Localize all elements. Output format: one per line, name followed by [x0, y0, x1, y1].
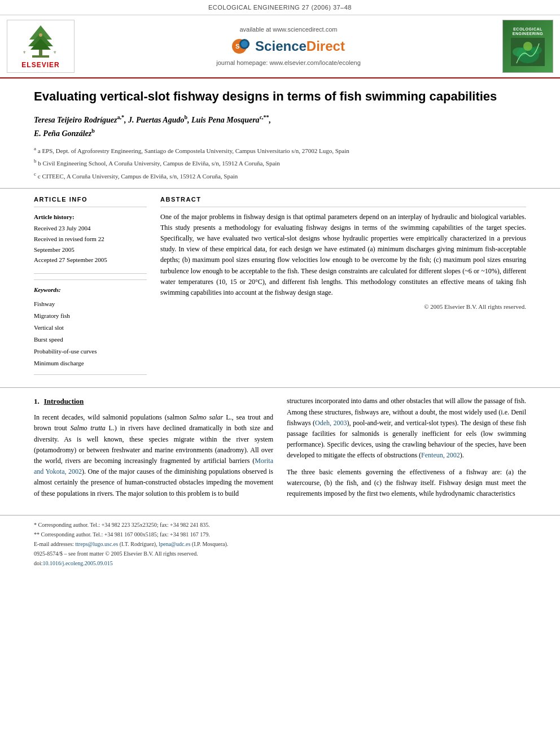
keyword-fishway: Fishway: [34, 298, 147, 310]
species-2: Salmo trutta: [71, 424, 106, 432]
accepted-date: Accepted 27 September 2005: [34, 255, 147, 265]
doi-link[interactable]: 10.1016/j.ecoleng.2005.09.015: [43, 560, 113, 566]
elsevier-label: ELSEVIER: [21, 60, 59, 70]
divider-2: [34, 374, 147, 375]
sciencedirect-logo: S ScienceDirect: [232, 37, 345, 56]
received-date-1: Received 23 July 2004: [34, 223, 147, 234]
two-col-body: 1.Introduction In recent decades, wild s…: [34, 396, 526, 505]
keywords-section: Keywords: Fishway Migratory fish Vertica…: [34, 279, 147, 369]
keyword-migratory-fish: Migratory fish: [34, 310, 147, 322]
received-date-2: Received in revised form 22 September 20…: [34, 234, 147, 255]
svg-text:S: S: [235, 43, 239, 50]
footer-corresponding-1: * Corresponding author. Tel.: +34 982 22…: [34, 520, 526, 530]
intro-para-2-right: The three basic elements governing the e…: [287, 467, 526, 500]
page-wrapper: ECOLOGICAL ENGINEERING 27 (2006) 37–48 ⚜…: [0, 0, 560, 747]
author-1: Teresa Teijeiro Rodrígueza,*: [34, 116, 124, 124]
citation-morita: Morita and Yokota, 2002: [34, 457, 273, 475]
journal-title: ECOLOGICAL ENGINEERING 27 (2006) 37–48: [208, 4, 352, 11]
footer-corresponding-2: ** Corresponding author. Tel.: +34 981 1…: [34, 530, 526, 539]
article-title-section: Evaluating vertical-slot fishway designs…: [0, 78, 560, 188]
elsevier-logo: ⚜ ⚜ ELSEVIER: [7, 20, 75, 73]
elsevier-tree-icon: ⚜ ⚜: [18, 23, 63, 59]
affil-3: c c CITEEC, A Coruña University, Campus …: [34, 170, 526, 181]
author-2: J. Puertas Agudob: [128, 116, 187, 124]
svg-rect-1: [32, 55, 49, 58]
svg-text:⚜: ⚜: [53, 50, 56, 55]
intro-para-1-right: structures incorporated into dams and ot…: [287, 396, 526, 461]
citation-odeh: Odeh, 2003: [315, 419, 347, 427]
history-label: Article history:: [34, 212, 147, 222]
footer-email: E-mail addresses: ttreps@lugo.usc.es (I.…: [34, 539, 526, 549]
journal-cover: ECOLOGICALENGINEERING: [502, 20, 553, 73]
abstract-text: One of the major problems in fishway des…: [160, 212, 526, 299]
keyword-min-discharge: Minimum discharge: [34, 357, 147, 369]
citation-fenteun: Fenteun, 2002: [421, 451, 460, 459]
sd-logo-icon: S: [232, 38, 252, 54]
svg-point-16: [523, 42, 532, 51]
article-history: Article history: Received 23 July 2004 R…: [34, 212, 147, 265]
species-1: Salmo salar: [190, 413, 224, 421]
email-link-2[interactable]: lpena@udc.es: [159, 541, 190, 547]
authors: Teresa Teijeiro Rodrígueza,*, J. Puertas…: [34, 113, 526, 140]
article-info-column: ARTICLE INFO Article history: Received 2…: [34, 195, 147, 381]
svg-text:⚜: ⚜: [23, 50, 26, 55]
affil-2: b b Civil Engineering School, A Coruña U…: [34, 157, 526, 168]
sd-text: ScienceDirect: [255, 37, 345, 56]
affil-1: a a EPS, Dept. of Agroforestry Engineeri…: [34, 145, 526, 156]
keyword-vertical-slot: Vertical slot: [34, 322, 147, 334]
section-title-text: Introduction: [44, 397, 84, 405]
footer-issn: 0925-8574/$ – see front matter © 2005 El…: [34, 549, 526, 558]
intro-para-1: In recent decades, wild salmonid populat…: [34, 412, 273, 499]
available-text: available at www.sciencedirect.com: [239, 25, 337, 34]
keyword-burst-speed: Burst speed: [34, 334, 147, 346]
body-section: 1.Introduction In recent decades, wild s…: [0, 388, 560, 505]
author-3: Luis Pena Mosquerac,**: [191, 116, 269, 124]
keywords-label: Keywords:: [34, 286, 147, 295]
divider: [34, 273, 147, 274]
svg-point-5: [39, 33, 42, 37]
body-left-col: 1.Introduction In recent decades, wild s…: [34, 396, 273, 505]
email-link-1[interactable]: ttreps@lugo.usc.es: [75, 541, 118, 547]
footer-doi: doi:10.1016/j.ecoleng.2005.09.015: [34, 558, 526, 568]
cover-title: ECOLOGICALENGINEERING: [513, 27, 544, 37]
journal-bar: ECOLOGICAL ENGINEERING 27 (2006) 37–48: [0, 0, 560, 15]
footer-section: * Corresponding author. Tel.: +34 982 22…: [0, 515, 560, 574]
body-right-col: structures incorporated into dams and ot…: [287, 396, 526, 505]
abstract-column: ABSTRACT One of the major problems in fi…: [160, 195, 526, 381]
header-section: ⚜ ⚜ ELSEVIER available at www.sciencedir…: [0, 15, 560, 78]
copyright-line: © 2005 Elsevier B.V. All rights reserved…: [160, 303, 526, 312]
journal-homepage: journal homepage: www.elsevier.com/locat…: [216, 59, 361, 68]
abstract-heading: ABSTRACT: [160, 195, 526, 207]
section-1-title: 1.Introduction: [34, 396, 273, 408]
svg-point-10: [241, 41, 248, 47]
author-4: E. Peña Gonzálezb: [34, 129, 95, 138]
article-info-heading: ARTICLE INFO: [34, 195, 147, 207]
section-number: 1.: [34, 397, 40, 405]
cover-image-icon: [511, 38, 545, 66]
keyword-probability: Probability-of-use curves: [34, 346, 147, 357]
header-center: available at www.sciencedirect.com S Sci…: [80, 20, 497, 73]
article-info-abstract-section: ARTICLE INFO Article history: Received 2…: [0, 189, 560, 388]
article-title: Evaluating vertical-slot fishway designs…: [34, 89, 526, 105]
affiliations: a a EPS, Dept. of Agroforestry Engineeri…: [34, 145, 526, 181]
